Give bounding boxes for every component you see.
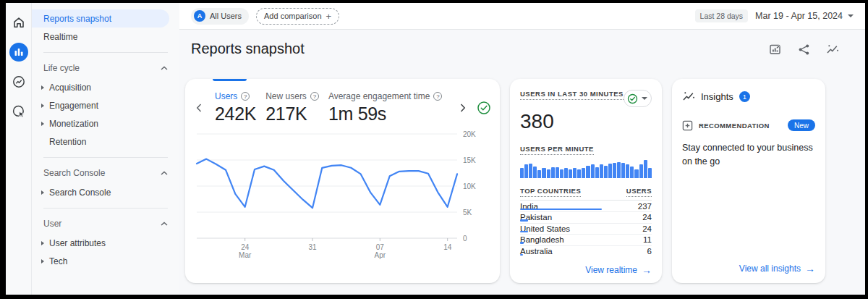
share-icon[interactable]: [798, 43, 810, 56]
users-column-header: USERS: [626, 187, 652, 197]
title-bar: Reports snapshot: [179, 30, 865, 79]
users-per-minute-bar: [537, 170, 541, 178]
sidebar-item-retention[interactable]: Retention: [32, 132, 169, 151]
users-per-minute-bar: [556, 167, 559, 178]
sidebar-item-label: Tech: [49, 256, 67, 266]
add-comparison-button[interactable]: Add comparison +: [256, 8, 339, 25]
data-quality-icon[interactable]: [477, 101, 491, 115]
insights-icon[interactable]: [826, 43, 839, 55]
arrow-right-icon: →: [805, 264, 815, 274]
country-row: Pakistan 24: [520, 212, 652, 224]
metric-new-users[interactable]: New users? 217K: [265, 91, 319, 125]
page-title: Reports snapshot: [191, 41, 305, 57]
users-per-minute-bar: [582, 168, 585, 178]
users-trend-line: [197, 159, 457, 209]
country-bar: [520, 219, 528, 222]
users-per-minute-bar: [621, 163, 625, 179]
help-icon[interactable]: ?: [310, 92, 319, 101]
sidebar-item-label: Engagement: [49, 101, 98, 111]
users-per-minute-bar: [604, 166, 608, 179]
sidebar-item-label: Retention: [49, 137, 86, 147]
view-all-insights-link[interactable]: View all insights →: [739, 264, 815, 274]
arrow-right-icon: →: [642, 265, 652, 275]
svg-text:07: 07: [376, 243, 385, 251]
section-title: Life cycle: [43, 63, 80, 73]
expand-arrow-icon: [41, 190, 44, 195]
caret-down-icon: [848, 14, 854, 17]
check-circle-icon: [627, 93, 638, 104]
sidebar-item-engagement[interactable]: Engagement: [32, 96, 169, 114]
caret-down-icon: [642, 97, 647, 100]
svg-text:31: 31: [308, 243, 317, 251]
previous-metrics-button[interactable]: [192, 101, 205, 114]
home-icon[interactable]: [9, 13, 28, 32]
sidebar-section-user[interactable]: User: [32, 215, 179, 232]
users-trend-chart: 20K 15K 10K 5K 0 24 Mar: [185, 126, 500, 262]
users-per-minute-bar: [569, 169, 572, 179]
users-per-minute-bar: [560, 169, 563, 179]
next-metrics-button[interactable]: [456, 101, 469, 114]
customize-report-icon[interactable]: [769, 43, 782, 56]
view-realtime-link[interactable]: View realtime →: [585, 265, 652, 275]
svg-text:20K: 20K: [463, 130, 476, 138]
left-icon-rail: [6, 3, 32, 295]
help-icon[interactable]: ?: [433, 92, 442, 101]
date-range-chip[interactable]: Last 28 days: [695, 9, 749, 22]
users-per-minute-bar: [608, 164, 612, 178]
metric-avg-engagement-time[interactable]: Average engagement time? 1m 59s: [328, 91, 443, 125]
country-row: Bangladesh 11: [520, 235, 652, 246]
sidebar-divider: [43, 52, 168, 53]
sidebar-item-label: Acquisition: [49, 83, 91, 93]
all-users-pill[interactable]: A All Users: [191, 8, 249, 25]
users-per-minute-bar: [524, 164, 528, 178]
svg-text:15K: 15K: [463, 156, 476, 164]
segment-avatar: A: [194, 10, 205, 22]
country-name: Bangladesh: [520, 235, 564, 244]
all-users-label: All Users: [210, 12, 242, 20]
country-name: Australia: [520, 247, 553, 256]
help-icon[interactable]: ?: [241, 92, 250, 101]
sidebar-section-life-cycle[interactable]: Life cycle: [32, 59, 179, 77]
selected-metric-indicator: [213, 79, 247, 81]
users-per-minute-chart: [520, 160, 652, 178]
insights-card: Insights 1 RECOMMENDATION New Stay conne…: [672, 79, 825, 283]
metric-users[interactable]: Users? 242K: [215, 91, 256, 125]
svg-text:10K: 10K: [463, 182, 476, 190]
users-per-minute-bar: [617, 162, 621, 179]
users-per-minute-bar: [547, 169, 550, 179]
expand-arrow-icon: [41, 104, 44, 108]
users-per-minute-bar: [595, 167, 599, 178]
sidebar-item-label: Monetization: [49, 119, 98, 129]
expand-arrow-icon: [41, 241, 44, 245]
sidebar-item-user-attributes[interactable]: User attributes: [32, 234, 169, 252]
users-per-minute-bar: [577, 169, 581, 179]
sidebar-item-tech[interactable]: Tech: [32, 252, 169, 270]
sidebar-item-label: User attributes: [49, 238, 106, 248]
reports-sidebar: Reports snapshot Realtime Life cycle Acq…: [32, 3, 179, 295]
users-per-minute-bar: [551, 167, 555, 178]
top-countries-header: TOP COUNTRIES: [520, 187, 581, 197]
users-per-minute-bar: [626, 164, 629, 178]
explore-icon[interactable]: [9, 72, 28, 91]
sidebar-item-reports-snapshot[interactable]: Reports snapshot: [32, 9, 169, 28]
recommendation-text[interactable]: Stay connected to your business on the g…: [682, 141, 815, 169]
metric-value: 217K: [265, 104, 319, 125]
chevron-up-icon: [161, 171, 168, 175]
users-per-minute-bar: [613, 163, 616, 179]
sidebar-item-label: Search Console: [49, 188, 111, 198]
sidebar-item-realtime[interactable]: Realtime: [32, 28, 169, 46]
users-per-minute-bar: [542, 168, 545, 178]
users-per-minute-label: USERS PER MINUTE: [520, 145, 594, 155]
country-bar: [520, 254, 523, 256]
expand-arrow-icon: [41, 259, 44, 264]
users-per-minute-bar: [529, 164, 532, 178]
svg-text:14: 14: [443, 243, 452, 251]
realtime-quality-dropdown[interactable]: [624, 90, 652, 107]
reports-icon[interactable]: [9, 43, 28, 62]
advertising-icon[interactable]: [9, 102, 28, 121]
sidebar-item-acquisition[interactable]: Acquisition: [32, 78, 169, 96]
sidebar-section-search-console[interactable]: Search Console: [32, 164, 179, 182]
sidebar-item-monetization[interactable]: Monetization: [32, 114, 169, 132]
date-range-selector[interactable]: Mar 19 - Apr 15, 2024: [755, 11, 854, 21]
sidebar-item-search-console[interactable]: Search Console: [32, 183, 169, 201]
